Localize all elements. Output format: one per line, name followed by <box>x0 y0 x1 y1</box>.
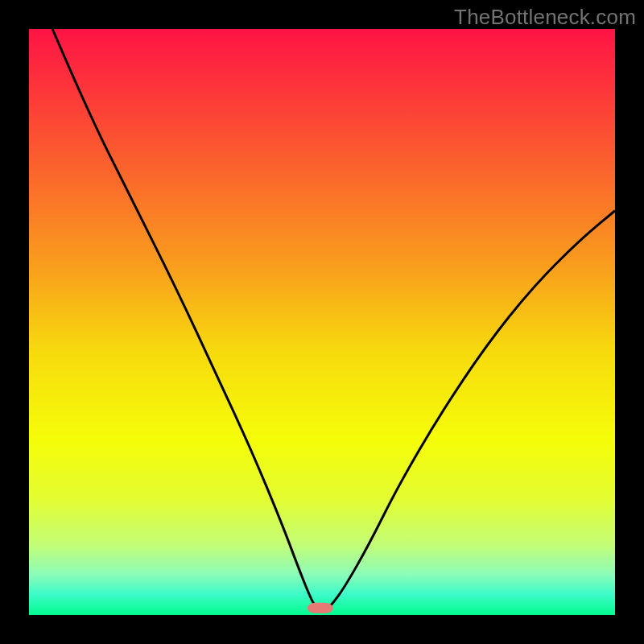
gradient-background <box>29 29 615 615</box>
watermark-text: TheBottleneck.com <box>454 5 636 30</box>
chart-frame: TheBottleneck.com <box>0 0 644 644</box>
chart-svg <box>29 29 615 615</box>
optimal-marker <box>308 603 333 613</box>
plot-area <box>29 29 615 615</box>
